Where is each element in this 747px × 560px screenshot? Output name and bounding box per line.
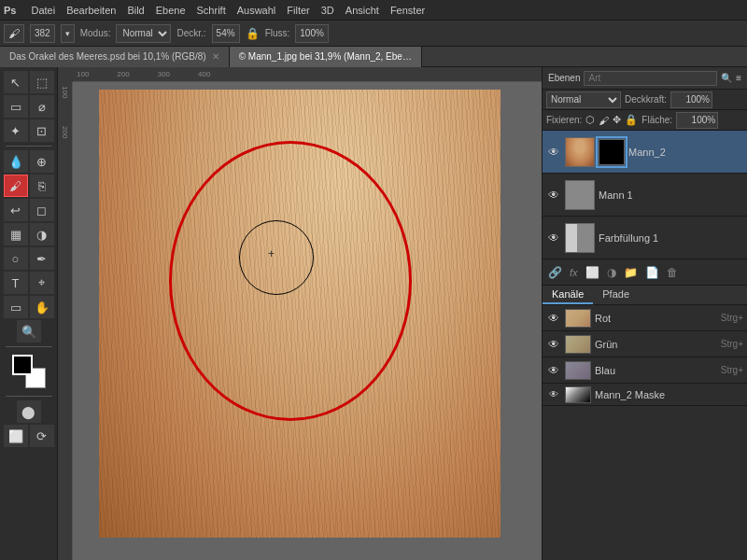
tab-kanaele[interactable]: Kanäle (543, 286, 593, 304)
channel-rot[interactable]: 👁 Rot Strg+ (543, 305, 747, 331)
menu-ansicht[interactable]: Ansicht (345, 5, 379, 16)
layers-search-input[interactable] (584, 71, 717, 86)
layer-farbfullung-icon (566, 224, 577, 252)
menu-bar: Ps Datei Bearbeiten Bild Ebene Schrift A… (0, 0, 747, 21)
layer-mann2-thumbnail (565, 137, 595, 167)
panel-options-icon[interactable]: ≡ (736, 73, 741, 83)
lock-position-icon[interactable]: ✥ (613, 114, 621, 126)
fx-button[interactable]: fx (570, 267, 578, 278)
text-tool[interactable]: T (4, 272, 28, 294)
menu-datei[interactable]: Datei (31, 5, 55, 16)
lasso-tool[interactable]: ⌀ (30, 95, 54, 118)
opacity-label: Deckr.: (176, 28, 205, 38)
mode-label: Modus: (80, 28, 111, 38)
image-canvas[interactable] (99, 90, 500, 538)
channels-pfade-tabs: Kanäle Pfade (543, 286, 747, 305)
menu-auswahl[interactable]: Auswahl (237, 5, 276, 16)
delete-layer-icon[interactable]: 🗑 (667, 266, 678, 279)
hand-tool[interactable]: ✋ (30, 296, 54, 318)
menu-schrift[interactable]: Schrift (197, 5, 226, 16)
app-logo: Ps (4, 5, 16, 16)
lock-image-icon[interactable]: 🖌 (599, 115, 609, 126)
menu-filter[interactable]: Filter (287, 5, 309, 16)
add-mask-icon[interactable]: ⬜ (585, 266, 599, 279)
path-select-tool[interactable]: ⌖ (30, 272, 54, 294)
opacity-input[interactable] (670, 91, 712, 108)
layer-mann2-visibility[interactable]: 👁 (546, 145, 561, 160)
channel-mann2-maske-thumbnail (565, 386, 591, 403)
clone-tool[interactable]: ⎘ (30, 175, 54, 197)
move-tool[interactable]: ↖ (4, 71, 28, 93)
brush-picker-btn[interactable]: ▾ (61, 24, 75, 43)
pen-tool[interactable]: ✒ (30, 247, 54, 270)
heal-tool[interactable]: ⊕ (30, 150, 54, 173)
tab-1-close[interactable]: ✕ (212, 51, 219, 62)
opacity-value[interactable]: 54% (212, 24, 240, 43)
adjustment-icon[interactable]: ◑ (607, 266, 616, 279)
history-tool[interactable]: ↩ (4, 199, 28, 221)
brush-tool[interactable]: 🖌 (4, 175, 28, 197)
folder-icon[interactable]: 📁 (624, 266, 638, 279)
blur-tool[interactable]: ◑ (30, 223, 54, 245)
crop-tool[interactable]: ⊡ (30, 119, 54, 142)
menu-3d[interactable]: 3D (321, 5, 334, 16)
brush-size-input[interactable]: 382 (30, 24, 55, 43)
channel-rot-name: Rot (595, 313, 717, 324)
layer-farbfullung-visibility[interactable]: 👁 (546, 231, 561, 245)
quick-select-tool[interactable]: ✦ (4, 119, 28, 142)
foreground-color-swatch[interactable] (12, 355, 33, 375)
artboard-tool[interactable]: ⬚ (30, 71, 54, 93)
screen-mode-tool[interactable]: ⬜ (4, 425, 28, 447)
mode-select[interactable]: Normal (116, 24, 171, 43)
fill-input[interactable] (676, 112, 718, 129)
tab-2[interactable]: © Mann_1.jpg bei 31,9% (Mann_2, Ebe… (230, 47, 422, 67)
menu-fenster[interactable]: Fenster (390, 5, 425, 16)
search-icon[interactable]: 🔍 (721, 73, 732, 83)
channel-rot-shortcut: Strg+ (721, 313, 743, 323)
layer-farbfullung[interactable]: 👁 Farbfüllung 1 (543, 217, 747, 259)
channel-mann2-maske-visibility[interactable]: 👁 (546, 387, 561, 402)
tab-2-label: © Mann_1.jpg bei 31,9% (Mann_2, Ebe… (239, 51, 412, 62)
layer-mann2-mask-thumbnail[interactable] (599, 139, 625, 165)
layers-panel-title: Ebenen (548, 73, 580, 83)
eyedropper-tool[interactable]: 💧 (4, 150, 28, 173)
brush-tool-icon[interactable]: 🖌 (4, 24, 24, 43)
channel-gruen-name: Grün (595, 339, 717, 350)
channel-mann2-maske[interactable]: 👁 Mann_2 Maske (543, 384, 747, 406)
menu-ebene[interactable]: Ebene (156, 5, 186, 16)
layer-mann1[interactable]: 👁 Mann 1 (543, 174, 747, 217)
channel-blau[interactable]: 👁 Blau Strg+ (543, 357, 747, 384)
eraser-tool[interactable]: ◻ (30, 199, 54, 221)
layer-mann2[interactable]: 👁 Mann_2 (543, 131, 747, 174)
channel-gruen-visibility[interactable]: 👁 (546, 337, 561, 352)
link-layers-icon[interactable]: 🔗 (548, 266, 562, 279)
layers-panel-header: Ebenen 🔍 ≡ (543, 67, 747, 90)
menu-bild[interactable]: Bild (127, 5, 144, 16)
channel-blau-thumbnail (565, 361, 591, 380)
lock-all-icon[interactable]: 🔒 (625, 114, 638, 126)
channel-gruen[interactable]: 👁 Grün Strg+ (543, 331, 747, 357)
tab-1[interactable]: Das Orakel des Meeres.psd bei 10,1% (RGB… (0, 47, 230, 67)
layer-mann1-visibility[interactable]: 👁 (546, 188, 561, 203)
channel-blau-visibility[interactable]: 👁 (546, 363, 561, 378)
opacity-toggle-icon[interactable]: 🔒 (246, 27, 260, 40)
color-swatches[interactable] (12, 355, 46, 388)
dodge-tool[interactable]: ○ (4, 247, 28, 270)
gradient-tool[interactable]: ▦ (4, 223, 28, 245)
shape-tool[interactable]: ▭ (4, 296, 28, 318)
blend-mode-select[interactable]: Normal (546, 91, 621, 108)
rotate-tool[interactable]: ⟳ (30, 425, 54, 447)
rectangle-select-tool[interactable]: ▭ (4, 95, 28, 118)
lock-label: Fixieren: (546, 115, 582, 125)
quick-mask-tool[interactable]: ⬤ (17, 400, 41, 423)
menu-bearbeiten[interactable]: Bearbeiten (66, 5, 116, 16)
canvas-area[interactable]: 100 200 300 400 100 200 (58, 67, 542, 560)
flow-value[interactable]: 100% (295, 24, 329, 43)
new-layer-icon[interactable]: 📄 (645, 266, 659, 279)
zoom-tool[interactable]: 🔍 (17, 320, 41, 343)
flow-label: Fluss: (265, 28, 290, 38)
channel-rot-visibility[interactable]: 👁 (546, 311, 561, 326)
lock-transparent-icon[interactable]: ⬡ (585, 114, 595, 126)
tab-pfade[interactable]: Pfade (593, 286, 639, 304)
layer-mann2-thumb-content (566, 138, 594, 166)
